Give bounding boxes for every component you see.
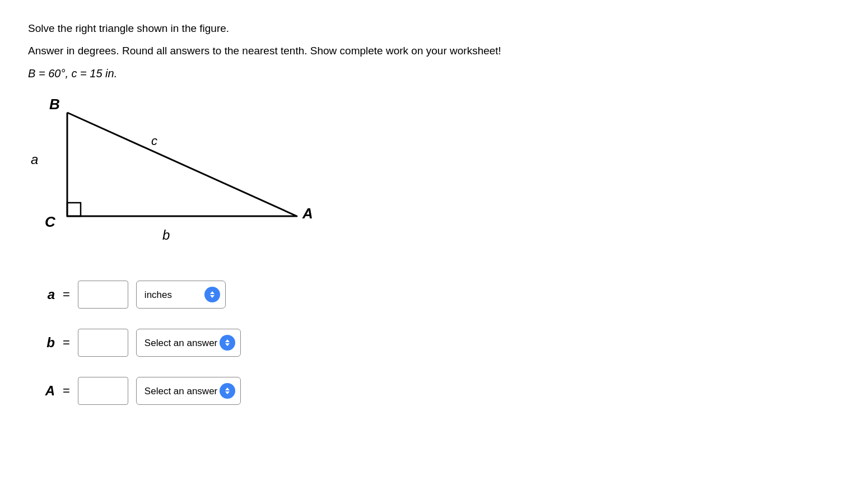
answer-A-equals: = [63,384,70,398]
side-c-label: c [151,134,157,148]
answer-b-unit-wrapper: Select an answer inches feet centimeters… [136,329,241,357]
answer-a-unit-wrapper: inches feet centimeters meters [136,281,226,309]
side-a-label: a [31,152,38,167]
vertex-C-label: C [45,213,55,231]
answer-a-equals: = [63,287,70,302]
answer-A-input[interactable] [78,377,128,405]
answer-b-equals: = [63,335,70,350]
answer-row-b: b = Select an answer inches feet centime… [28,329,839,357]
vertex-B-label: B [49,96,60,113]
answer-A-unit-wrapper: Select an answer degrees inches feet [136,377,241,405]
answer-a-input[interactable] [78,281,128,309]
svg-rect-0 [67,203,81,216]
answer-row-a: a = inches feet centimeters meters [28,281,839,309]
answer-a-label: a [28,287,55,302]
triangle-svg [28,96,353,253]
side-b-label: b [162,227,170,243]
answer-b-input[interactable] [78,329,128,357]
vertex-A-label: A [302,205,313,222]
answer-A-unit-select[interactable]: Select an answer degrees inches feet [136,377,241,405]
given-values: B = 60°, c = 15 in. [28,67,839,80]
triangle-figure: B C A a c b [28,96,353,253]
instruction-line2: Answer in degrees. Round all answers to … [28,45,839,57]
answer-row-A: A = Select an answer degrees inches feet [28,377,839,405]
answer-b-label: b [28,335,55,351]
answer-A-label: A [28,383,55,399]
answer-b-unit-select[interactable]: Select an answer inches feet centimeters… [136,329,241,357]
instruction-line1: Solve the right triangle shown in the fi… [28,22,839,35]
answer-a-unit-select[interactable]: inches feet centimeters meters [136,281,226,309]
